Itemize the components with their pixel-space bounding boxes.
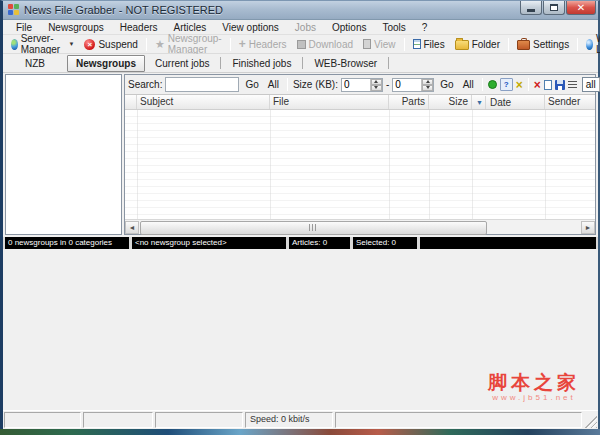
delete-button[interactable]: × (534, 78, 541, 91)
folder-label: Folder (472, 39, 500, 50)
clear-filter-button[interactable]: × (516, 78, 523, 91)
tab-separator (220, 57, 221, 69)
close-button[interactable]: ✕ (566, 1, 596, 15)
column-guide (270, 110, 271, 219)
tab-nzb[interactable]: NZB (3, 56, 67, 71)
app-icon (8, 4, 20, 16)
toolbar-separator (230, 38, 231, 51)
column-parts[interactable]: Parts (389, 95, 429, 109)
headers-label: Headers (249, 39, 287, 50)
column-date-label: Date (490, 96, 511, 109)
menu-help[interactable]: ? (415, 22, 435, 33)
mark-button[interactable] (488, 78, 497, 91)
download-button[interactable]: Download (293, 38, 357, 51)
newsgroups-tree-panel[interactable] (5, 74, 122, 235)
headers-button[interactable]: + Headers (235, 38, 291, 51)
column-guide (472, 110, 473, 219)
menu-bar: File Newsgroups Headers Articles View op… (3, 20, 598, 35)
star-icon: ★ (155, 39, 165, 50)
menu-newsgroups[interactable]: Newsgroups (41, 22, 111, 33)
column-date[interactable]: ▼ Date (472, 95, 545, 109)
size-all-button[interactable]: All (460, 79, 477, 90)
minimize-button[interactable] (520, 1, 542, 15)
new-document-icon (544, 80, 552, 90)
column-sender[interactable]: Sender (545, 95, 595, 109)
column-file[interactable]: File (270, 95, 389, 109)
server-manager-button[interactable]: Server-Manager ▼ (7, 32, 78, 56)
menu-jobs[interactable]: Jobs (288, 22, 323, 33)
scrollbar-grip-icon (309, 224, 318, 231)
newsgroup-manager-button[interactable]: ★ Newsgroup-Manager (151, 32, 226, 56)
view-button[interactable]: View (359, 38, 400, 51)
search-input[interactable] (165, 77, 239, 92)
toolbar-separator (146, 38, 147, 51)
tab-current-jobs[interactable]: Current jobs (145, 56, 219, 71)
save-icon (555, 80, 565, 90)
web-links-button[interactable]: WEB-Links ▼ (582, 32, 600, 56)
size-go-button[interactable]: Go (437, 79, 456, 90)
statusbar-panel (4, 412, 81, 428)
settings-icon (517, 40, 530, 50)
watermark: 脚本之家 www.jb51.net (488, 373, 580, 402)
suspend-button[interactable]: × Suspend (80, 38, 141, 51)
show-filter-combobox[interactable]: all ▼ (582, 77, 600, 92)
size-min-stepper (341, 78, 383, 92)
spinner-buttons (370, 79, 382, 91)
tab-newsgroups[interactable]: Newsgroups (67, 55, 145, 72)
download-icon (297, 40, 306, 49)
view-label: View (374, 39, 396, 50)
files-label: Files (424, 39, 445, 50)
search-go-button[interactable]: Go (242, 79, 261, 90)
filter-bar: Search: Go All Size (KB): - (125, 75, 595, 95)
folder-button[interactable]: Folder (451, 37, 504, 51)
menu-articles[interactable]: Articles (167, 22, 214, 33)
files-button[interactable]: Files (409, 38, 449, 51)
statusbar-panel (155, 412, 243, 428)
spin-down-button[interactable] (422, 85, 433, 91)
size-max-input[interactable] (393, 79, 421, 91)
menu-options[interactable]: Options (325, 22, 373, 33)
combo-value: all (583, 79, 599, 90)
resize-grip[interactable] (584, 412, 597, 428)
scrollbar-track[interactable] (139, 221, 581, 234)
globe-icon (11, 39, 18, 50)
save-list-button[interactable] (555, 78, 565, 91)
tab-finished-jobs[interactable]: Finished jobs (222, 56, 301, 71)
horizontal-scrollbar[interactable]: ◄ ► (125, 219, 595, 234)
new-list-button[interactable] (544, 78, 552, 91)
column-subject[interactable]: Subject (137, 95, 270, 109)
maximize-button[interactable] (543, 1, 565, 15)
menu-view-options[interactable]: View options (215, 22, 286, 33)
menu-file[interactable]: File (9, 22, 39, 33)
tab-web-browser[interactable]: WEB-Browser (304, 56, 387, 71)
spinner-buttons (421, 79, 433, 91)
menu-tools[interactable]: Tools (375, 22, 412, 33)
newsgroup-manager-label: Newsgroup-Manager (168, 33, 222, 55)
scroll-left-button[interactable]: ◄ (125, 221, 139, 234)
size-min-input[interactable] (342, 79, 370, 91)
menu-headers[interactable]: Headers (113, 22, 165, 33)
app-window: News File Grabber - NOT REGISTERED ✕ Fil… (0, 0, 600, 429)
chevron-down-icon[interactable]: ▼ (68, 41, 74, 47)
articles-table-body[interactable] (125, 110, 595, 219)
scrollbar-thumb[interactable] (140, 221, 487, 235)
list-icon (568, 81, 577, 88)
filter-separator (482, 78, 483, 91)
search-all-button[interactable]: All (265, 79, 282, 90)
files-icon (413, 39, 421, 49)
list-view-button[interactable] (568, 78, 577, 91)
main-tabs: NZB Newsgroups Current jobs Finished job… (3, 54, 598, 73)
column-size[interactable]: Size (429, 95, 472, 109)
suspend-label: Suspend (98, 39, 137, 50)
title-bar[interactable]: News File Grabber - NOT REGISTERED ✕ (3, 1, 598, 20)
scroll-right-button[interactable]: ► (581, 221, 595, 234)
table-header-row: Subject File Parts Size ▼ Date Sender (125, 95, 595, 110)
help-small-button[interactable]: ? (500, 78, 513, 91)
settings-button[interactable]: Settings (513, 37, 573, 51)
download-label: Download (309, 39, 353, 50)
column-selector[interactable] (125, 95, 137, 109)
spin-down-button[interactable] (371, 85, 382, 91)
search-label: Search: (128, 79, 162, 90)
tab-separator (302, 57, 303, 69)
view-icon (363, 39, 371, 49)
